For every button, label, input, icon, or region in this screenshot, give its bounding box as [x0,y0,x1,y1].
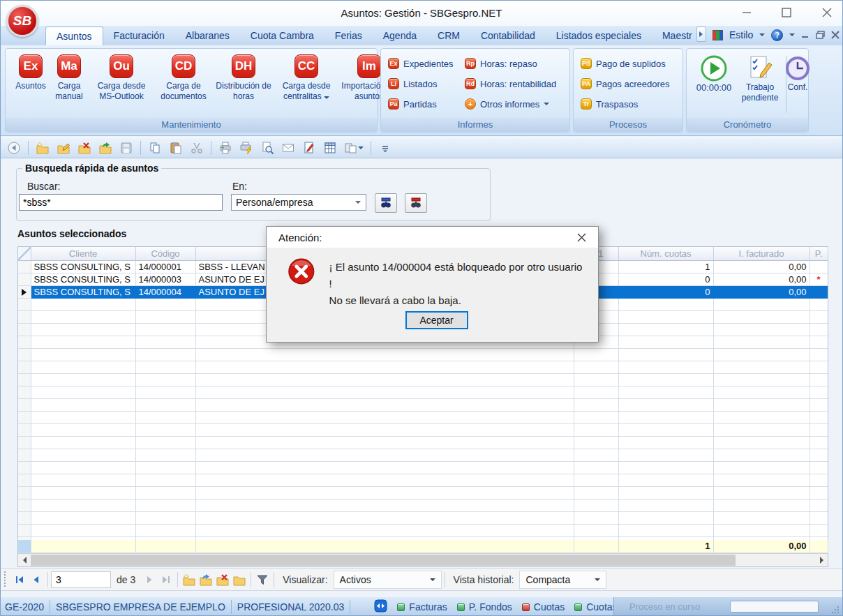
drag-grip[interactable] [3,571,7,588]
ribbon-button-carga-outlook[interactable]: Ou Carga desde MS-Outlook [89,54,154,102]
scroll-left-button[interactable] [18,554,31,566]
column-header-cliente[interactable]: Cliente [31,247,135,260]
vista-historial-select[interactable]: Compacta [519,571,606,589]
mdi-close-button[interactable] [831,31,840,39]
search-field-select[interactable]: Persona/empresa [231,194,366,211]
new-record-button[interactable] [33,140,52,156]
group-caption: Procesos [574,118,682,132]
record-position-input[interactable] [51,571,111,588]
ribbon-button-expedientes[interactable]: ExExpedientes [388,56,454,71]
ribbon-button-carga-manual[interactable]: Ma Carga manual [52,54,87,102]
timer-start-button[interactable]: 00:00:00 [692,54,736,93]
grid-empty-row [18,361,828,374]
open-folder-button[interactable] [197,571,214,588]
paste-button[interactable] [167,140,185,156]
tab-albaranes[interactable]: Albaranes [175,27,240,45]
remote-support-button[interactable] [374,599,387,615]
current-row-arrow-icon [22,289,27,296]
ribbon-button-horas-repaso[interactable]: RpHoras: repaso [465,56,556,71]
ribbon-button-carga-documentos[interactable]: CD Carga de documentos [155,54,212,102]
visualizar-select[interactable]: Activos [334,571,442,589]
button-label: Conf. [788,82,808,93]
tab-maestros[interactable]: Maestr [652,27,692,45]
asuntos-icon: Ex [19,54,43,78]
grid-columns-button[interactable] [321,140,339,156]
back-button[interactable] [5,140,23,156]
delete-record-button[interactable] [75,140,94,156]
ribbon-button-asuntos[interactable]: Ex Asuntos [11,54,50,91]
ribbon-button-pago-suplidos[interactable]: PSPago de suplidos [581,56,670,71]
search-button[interactable] [375,193,397,213]
status-indicator-icon [574,603,582,611]
close-button[interactable] [821,6,833,19]
quick-print-button[interactable] [237,140,255,156]
last-record-button[interactable] [158,571,174,588]
tab-agenda[interactable]: Agenda [373,27,427,45]
scroll-right-button[interactable] [815,554,828,566]
ribbon-button-partidas[interactable]: PaPartidas [388,96,454,112]
ribbon-button-carga-centralitas[interactable]: CC Carga desde centralitas [275,54,338,102]
ribbon-button-listados[interactable]: LiListados [388,76,454,91]
report-design-button[interactable] [300,140,318,156]
row-selector[interactable] [18,273,31,286]
tab-listados-especiales[interactable]: Listados especiales [546,27,652,45]
ribbon-button-otros-informes[interactable]: +Otros informes [465,96,556,112]
ribbon-button-horas-rentabilidad[interactable]: RdHoras: rentabilidad [465,76,556,91]
refresh-record-button[interactable] [96,140,114,156]
cronometro-conf-button[interactable]: Conf. [787,54,808,93]
copy-button[interactable] [146,140,164,156]
help-icon[interactable]: ? [771,29,783,41]
toolbar-overflow-button[interactable] [376,140,394,156]
save-button[interactable] [117,140,135,156]
mdi-restore-button[interactable] [816,31,825,40]
row-selector[interactable] [18,261,31,273]
tab-contabilidad[interactable]: Contabilidad [470,27,546,45]
grid-title: Asuntos seleccionados [17,228,126,239]
aceptar-button[interactable]: Aceptar [405,311,468,329]
cell-cuotas: 0 [618,273,713,286]
previous-record-button[interactable] [28,571,45,588]
mdi-minimize-button[interactable] [801,31,810,39]
chevron-down-icon [355,201,361,204]
search-advanced-button[interactable] [405,193,427,213]
chevron-down-icon[interactable] [759,33,765,36]
delete-folder-button[interactable] [214,571,231,588]
edit-record-button[interactable] [54,140,73,156]
tab-crm[interactable]: CRM [427,27,470,45]
print-preview-button[interactable] [258,140,276,156]
tab-facturacion[interactable]: Facturación [103,27,175,45]
tab-cuota-cambra[interactable]: Cuota Cambra [240,27,324,45]
dialog-close-button[interactable] [572,229,591,246]
resize-grip-icon[interactable] [830,605,840,615]
maximize-button[interactable] [781,6,792,19]
row-selector-header[interactable] [18,247,31,260]
minimize-button[interactable] [742,6,752,19]
cut-button[interactable] [188,140,206,156]
ribbon-button-traspasos[interactable]: TrTraspasos [581,96,670,112]
print-button[interactable] [216,140,234,156]
column-header-i-facturado[interactable]: I. facturado [713,247,810,260]
filter-button[interactable] [254,571,271,588]
chevron-down-icon[interactable] [789,33,795,36]
trabajo-pendiente-button[interactable]: Trabajo pendiente [738,54,782,103]
tab-scroll-right-button[interactable] [696,27,706,42]
estilo-menu[interactable]: Estilo [729,29,753,40]
horizontal-scrollbar[interactable] [18,553,828,566]
next-record-button[interactable] [141,571,158,588]
scrollbar-thumb[interactable] [31,555,736,566]
first-record-button[interactable] [11,571,28,588]
column-header-p[interactable]: P. [810,247,828,260]
search-input[interactable] [19,194,223,211]
tab-asuntos[interactable]: Asuntos [45,27,103,45]
ribbon-button-distribucion-horas[interactable]: DH Distribución de horas [214,54,274,102]
button-label: Pagos acreedores [596,79,670,89]
ribbon-button-pagos-acreedores[interactable]: PAPagos acreedores [581,76,670,91]
new-record-folder-button[interactable] [181,571,197,588]
column-header-num-cuotas[interactable]: Núm. cuotas [618,247,713,260]
folder-button[interactable] [231,571,248,588]
tab-ferias[interactable]: Ferias [324,27,373,45]
row-selector[interactable] [18,286,31,299]
send-mail-button[interactable] [279,140,297,156]
column-header-codigo[interactable]: Código [135,247,195,260]
layout-button[interactable] [342,140,366,156]
